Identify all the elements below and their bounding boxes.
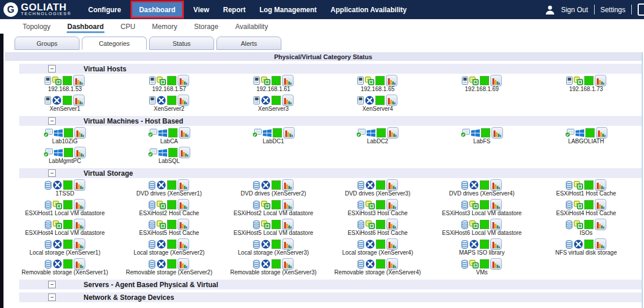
chart-button[interactable] bbox=[387, 127, 399, 139]
subnav-item-topology[interactable]: Topology bbox=[22, 20, 51, 33]
category-item-192-168-1-73[interactable]: 192.168.1.73 bbox=[534, 75, 638, 92]
chart-button[interactable] bbox=[386, 219, 398, 230]
menu-item-dashboard[interactable]: Dashboard bbox=[132, 2, 183, 17]
chart-button[interactable] bbox=[491, 127, 503, 139]
goliath-logo[interactable]: G GOLIATH TECHNOLOGIES® bbox=[3, 2, 78, 17]
menu-item-configure[interactable]: Configure bbox=[81, 0, 128, 19]
category-item-192-168-1-69[interactable]: 192.168.1.69 bbox=[430, 75, 534, 92]
category-item-esxihost6-local-vm-datastore[interactable]: ESXiHost6 Local VM datastore bbox=[430, 219, 534, 236]
chart-button[interactable] bbox=[386, 179, 398, 191]
category-item-labmgmtpc[interactable]: LabMgmtPC bbox=[13, 147, 117, 164]
category-item-labdc1[interactable]: LabDC1 bbox=[221, 127, 325, 144]
chart-button[interactable] bbox=[178, 219, 189, 230]
chart-button[interactable] bbox=[282, 238, 294, 250]
category-item-dvd-drives-xenserver3[interactable]: DVD drives (XenServer3) bbox=[325, 179, 430, 197]
settings-button[interactable]: Settings bbox=[600, 6, 625, 14]
chart-button[interactable] bbox=[178, 95, 189, 106]
chart-button[interactable] bbox=[74, 219, 85, 230]
category-item-removable-storage-xenserver1[interactable]: Removable storage (XenServer1) bbox=[13, 258, 117, 276]
subnav-item-storage[interactable]: Storage bbox=[193, 20, 219, 33]
category-item-labgoliath[interactable]: LABGOLIATH bbox=[534, 127, 638, 144]
chart-button[interactable] bbox=[283, 127, 295, 139]
chart-button[interactable] bbox=[490, 75, 502, 86]
chart-button[interactable] bbox=[282, 179, 294, 191]
chart-button[interactable] bbox=[490, 199, 502, 211]
category-item-esxihost2-local-vm-datastore[interactable]: ESXiHost2 Local VM datastore bbox=[221, 199, 325, 216]
chart-button[interactable] bbox=[595, 179, 606, 191]
category-item-isos[interactable]: ISOs bbox=[534, 219, 638, 236]
menu-item-view[interactable]: View bbox=[186, 0, 216, 19]
chart-button[interactable] bbox=[282, 258, 294, 270]
chart-button[interactable] bbox=[178, 199, 189, 211]
category-item-esxihost1-host-cache[interactable]: ESXiHost1 Host Cache bbox=[534, 179, 638, 197]
chart-button[interactable] bbox=[179, 127, 190, 139]
subnav-item-dashboard[interactable]: Dashboard bbox=[67, 20, 104, 33]
category-item-labdc2[interactable]: LabDC2 bbox=[325, 127, 430, 144]
category-item-dvd-drives-xenserver2[interactable]: DVD drives (XenServer2) bbox=[221, 179, 325, 197]
category-item-xenserver1[interactable]: XenServer1 bbox=[13, 95, 117, 112]
chart-button[interactable] bbox=[386, 75, 397, 86]
category-item-esxihost3-local-vm-datastore[interactable]: ESXiHost3 Local VM datastore bbox=[430, 199, 534, 216]
tab-alerts[interactable]: Alerts bbox=[216, 37, 281, 50]
category-item-esxihost3-host-cache[interactable]: ESXiHost3 Host Cache bbox=[325, 199, 430, 216]
chart-button[interactable] bbox=[179, 147, 190, 158]
menu-item-log-management[interactable]: Log Management bbox=[252, 0, 324, 19]
collapse-minus-icon[interactable]: − bbox=[48, 65, 56, 73]
sign-out-button[interactable]: Sign Out bbox=[561, 6, 588, 14]
tab-groups[interactable]: Groups bbox=[15, 37, 79, 50]
collapse-minus-icon[interactable]: − bbox=[48, 293, 56, 301]
category-item-esxihost2-host-cache[interactable]: ESXiHost2 Host Cache bbox=[117, 199, 222, 216]
category-item-192-168-1-65[interactable]: 192.168.1.65 bbox=[325, 75, 430, 92]
chart-button[interactable] bbox=[282, 95, 294, 106]
tab-categories[interactable]: Categories bbox=[82, 37, 147, 50]
chart-button[interactable] bbox=[178, 75, 189, 86]
chart-button[interactable] bbox=[178, 238, 189, 250]
category-item-esxihost6-host-cache[interactable]: ESXiHost6 Host Cache bbox=[325, 219, 430, 236]
chart-button[interactable] bbox=[74, 127, 86, 139]
category-item-esxihost5-host-cache[interactable]: ESXiHost5 Host Cache bbox=[117, 219, 222, 236]
category-item-esxihost1-local-vm-datastore[interactable]: ESXiHost1 Local VM datastore bbox=[13, 199, 117, 216]
subnav-item-cpu[interactable]: CPU bbox=[120, 20, 136, 33]
chart-button[interactable] bbox=[386, 238, 398, 250]
menu-item-report[interactable]: Report bbox=[216, 0, 253, 19]
chart-button[interactable] bbox=[282, 199, 294, 211]
category-item-nfs-virtual-disk-storage[interactable]: NFS virtual disk storage bbox=[534, 238, 638, 256]
category-item-1tssd[interactable]: 1TSSD bbox=[13, 179, 117, 197]
category-item-local-storage-xenserver3[interactable]: Local storage (XenServer3) bbox=[221, 238, 325, 256]
category-item-192-168-1-57[interactable]: 192.168.1.57 bbox=[117, 75, 222, 92]
category-item-local-storage-xenserver4[interactable]: Local storage (XenServer4) bbox=[325, 238, 430, 256]
collapse-minus-icon[interactable]: − bbox=[48, 281, 56, 288]
chart-button[interactable] bbox=[74, 258, 85, 270]
chart-button[interactable] bbox=[74, 179, 85, 191]
chart-button[interactable] bbox=[73, 75, 85, 86]
chart-button[interactable] bbox=[490, 219, 502, 230]
category-item-removable-storage-xenserver4[interactable]: Removable storage (XenServer4) bbox=[325, 258, 430, 276]
category-item-dvd-drives-xenserver1[interactable]: DVD drives (XenServer1) bbox=[117, 179, 222, 197]
chart-button[interactable] bbox=[74, 147, 86, 158]
category-item-local-storage-xenserver2[interactable]: Local storage (XenServer2) bbox=[117, 238, 222, 256]
chart-button[interactable] bbox=[386, 95, 397, 106]
category-item-192-168-1-61[interactable]: 192.168.1.61 bbox=[221, 75, 325, 92]
chart-button[interactable] bbox=[595, 199, 606, 211]
menu-item-application-availability[interactable]: Application Availability bbox=[324, 0, 414, 19]
category-item-labfs[interactable]: LabFS bbox=[430, 127, 534, 144]
category-item-xenserver2[interactable]: XenServer2 bbox=[117, 95, 222, 112]
partial-clipped-icon[interactable] bbox=[638, 3, 644, 16]
chart-button[interactable] bbox=[178, 258, 189, 270]
category-item-xenserver4[interactable]: XenServer4 bbox=[325, 95, 430, 112]
chart-button[interactable] bbox=[386, 199, 398, 211]
category-item-labca[interactable]: LabCA bbox=[117, 127, 222, 144]
collapse-minus-icon[interactable]: − bbox=[48, 117, 56, 125]
chart-button[interactable] bbox=[490, 179, 502, 191]
category-item-maps-iso-library[interactable]: MAPS ISO library bbox=[430, 238, 534, 256]
chart-button[interactable] bbox=[74, 238, 85, 250]
chart-button[interactable] bbox=[595, 75, 606, 86]
category-item-removable-storage-xenserver3[interactable]: Removable storage (XenServer3) bbox=[221, 258, 325, 276]
chart-button[interactable] bbox=[595, 219, 606, 230]
category-item-xenserver3[interactable]: XenServer3 bbox=[221, 95, 325, 112]
category-item-labsql[interactable]: LabSQL bbox=[117, 147, 222, 164]
category-item-dvd-drives-xenserver4[interactable]: DVD drives (XenServer4) bbox=[430, 179, 534, 197]
chart-button[interactable] bbox=[596, 127, 607, 139]
category-item-esxihost4-local-vm-datastore[interactable]: ESXiHost4 Local VM datastore bbox=[13, 219, 117, 236]
chart-button[interactable] bbox=[595, 238, 606, 250]
